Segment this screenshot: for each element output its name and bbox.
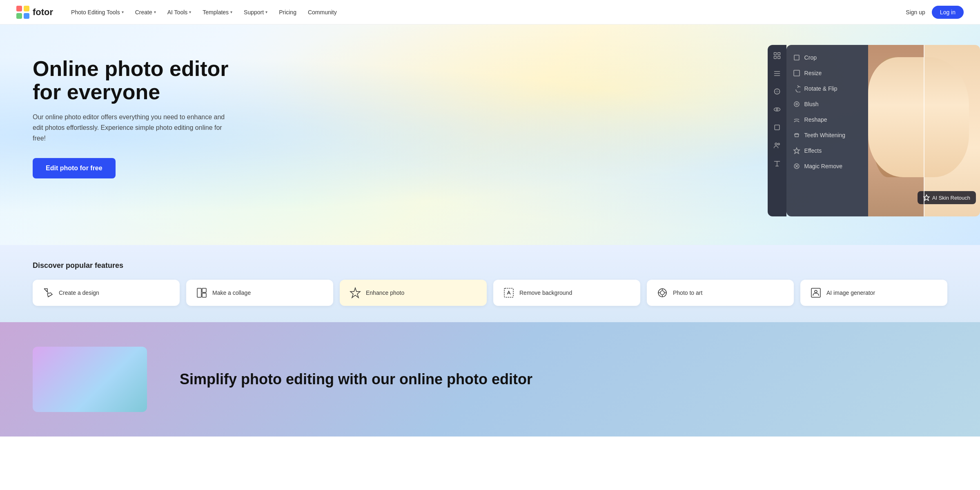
sidebar-grid-icon[interactable]	[771, 50, 783, 61]
nav-items: Photo Editing Tools ▾ Create ▾ AI Tools …	[66, 6, 906, 19]
svg-point-30	[815, 290, 817, 293]
menu-teeth-whitening[interactable]: Teeth Whitening	[786, 127, 869, 143]
sign-up-link[interactable]: Sign up	[906, 9, 925, 16]
menu-reshape[interactable]: Reshape	[786, 112, 869, 127]
svg-rect-1	[24, 6, 29, 11]
hero-content: Online photo editor for everyone Our onl…	[0, 24, 265, 203]
sidebar-people-icon[interactable]	[771, 140, 783, 151]
feature-enhance-label: Enhance photo	[366, 290, 404, 296]
svg-rect-4	[774, 53, 776, 55]
hero-description: Our online photo editor offers everythin…	[33, 112, 233, 143]
svg-line-21	[46, 290, 48, 293]
hero-title: Online photo editor for everyone	[33, 57, 233, 104]
feature-photo-art[interactable]: Photo to art	[647, 280, 794, 306]
nav-support[interactable]: Support ▾	[239, 6, 272, 19]
nav-pricing[interactable]: Pricing	[274, 6, 301, 19]
svg-rect-2	[16, 13, 22, 19]
features-grid: Create a design Make a collage Enhance p…	[33, 280, 947, 322]
bottom-section: Simplify photo editing with our online p…	[0, 322, 980, 437]
nav-photo-editing-tools[interactable]: Photo Editing Tools ▾	[66, 6, 129, 19]
cta-button[interactable]: Edit photo for free	[33, 158, 116, 178]
feature-collage[interactable]: Make a collage	[186, 280, 333, 306]
bottom-text: Simplify photo editing with our online p…	[180, 370, 532, 388]
svg-marker-18	[794, 148, 800, 154]
svg-point-9	[774, 108, 780, 111]
feature-ai-image[interactable]: AI image generator	[800, 280, 947, 306]
nav-templates[interactable]: Templates ▾	[198, 6, 237, 19]
menu-blush[interactable]: Blush	[786, 96, 869, 112]
sidebar-text-icon[interactable]	[771, 158, 783, 169]
svg-rect-0	[16, 6, 22, 11]
menu-effects[interactable]: Effects	[786, 143, 869, 158]
svg-point-17	[796, 103, 797, 105]
collage-icon	[196, 287, 207, 298]
svg-rect-22	[197, 288, 201, 297]
bottom-preview-image	[33, 347, 147, 412]
chevron-down-icon: ▾	[122, 10, 124, 14]
feature-remove-bg-label: Remove background	[519, 290, 572, 296]
chevron-down-icon: ▾	[189, 10, 191, 14]
navbar: fotor Photo Editing Tools ▾ Create ▾ AI …	[0, 0, 980, 24]
svg-rect-15	[794, 70, 800, 76]
sidebar-crop-icon[interactable]	[771, 122, 783, 133]
logo-icon	[16, 6, 29, 19]
sidebar-adjust-icon[interactable]	[771, 68, 783, 79]
svg-rect-24	[202, 293, 206, 297]
logo-text: fotor	[33, 7, 53, 18]
ai-skin-retouch-badge: AI Skin Retouch	[918, 191, 976, 204]
sidebar-filter-icon[interactable]	[771, 86, 783, 97]
svg-rect-3	[24, 13, 29, 19]
ai-gen-icon	[810, 287, 822, 298]
svg-rect-7	[777, 56, 780, 59]
features-title: Discover popular features	[33, 261, 947, 270]
feature-collage-label: Make a collage	[212, 290, 251, 296]
menu-magic-remove[interactable]: Magic Remove	[786, 158, 869, 174]
editor-sidebar	[768, 45, 786, 216]
feature-enhance[interactable]: Enhance photo	[340, 280, 487, 306]
svg-rect-26	[504, 288, 513, 297]
enhance-icon	[350, 287, 361, 298]
login-button[interactable]: Log in	[932, 6, 964, 19]
nav-community[interactable]: Community	[303, 6, 342, 19]
hero-section: Online photo editor for everyone Our onl…	[0, 24, 980, 245]
svg-rect-14	[794, 55, 799, 60]
feature-create-design-label: Create a design	[59, 290, 99, 296]
chevron-down-icon: ▾	[154, 10, 156, 14]
features-section: Discover popular features Create a desig…	[0, 245, 980, 322]
sidebar-eye-icon[interactable]	[771, 104, 783, 115]
feature-create-design[interactable]: Create a design	[33, 280, 180, 306]
feature-photo-art-label: Photo to art	[673, 290, 702, 296]
svg-point-16	[794, 102, 799, 107]
nav-ai-tools[interactable]: AI Tools ▾	[163, 6, 196, 19]
svg-point-28	[660, 291, 664, 295]
svg-rect-23	[202, 288, 206, 292]
feature-remove-bg[interactable]: Remove background	[493, 280, 640, 306]
logo[interactable]: fotor	[16, 6, 53, 19]
art-icon	[657, 287, 668, 298]
svg-point-10	[776, 109, 778, 110]
svg-marker-25	[350, 288, 360, 298]
menu-crop[interactable]: Crop	[786, 50, 869, 65]
editor-photo: AI Skin Retouch	[868, 45, 980, 216]
nav-create[interactable]: Create ▾	[130, 6, 161, 19]
chevron-down-icon: ▾	[265, 10, 267, 14]
svg-rect-11	[775, 125, 780, 130]
feature-ai-image-label: AI image generator	[826, 290, 875, 296]
svg-point-13	[778, 143, 780, 145]
svg-rect-6	[774, 56, 776, 59]
nav-right: Sign up Log in	[906, 6, 964, 19]
svg-rect-5	[777, 53, 780, 55]
editor-mockup: Crop Resize Rotate & Flip Blush Reshape …	[768, 45, 980, 216]
editor-panel: Crop Resize Rotate & Flip Blush Reshape …	[786, 45, 869, 216]
menu-rotate[interactable]: Rotate & Flip	[786, 81, 869, 96]
bottom-title: Simplify photo editing with our online p…	[180, 370, 532, 388]
menu-resize[interactable]: Resize	[786, 65, 869, 81]
remove-bg-icon	[503, 287, 514, 298]
design-icon	[42, 287, 54, 298]
chevron-down-icon: ▾	[230, 10, 232, 14]
svg-point-12	[775, 143, 777, 145]
face-after	[924, 45, 980, 216]
